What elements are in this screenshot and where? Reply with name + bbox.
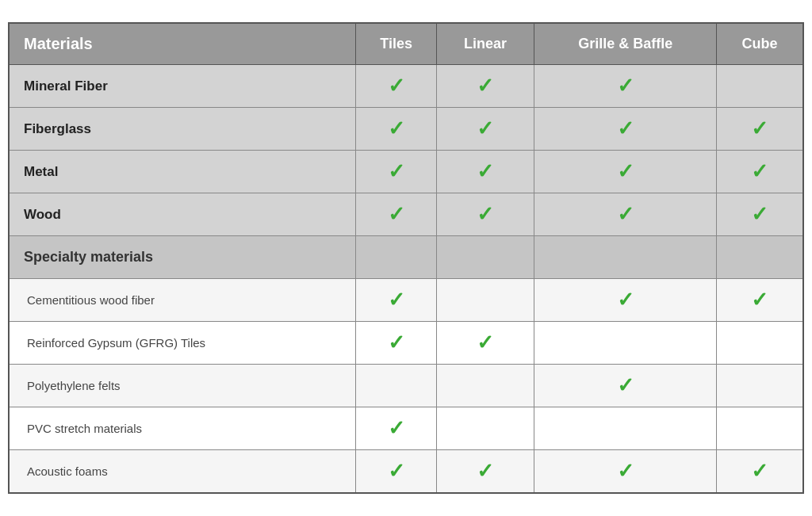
header-row: Materials Tiles Linear Grille & Baffle C… bbox=[9, 23, 803, 65]
check-cell-grille_baffle: ✓ bbox=[534, 193, 717, 236]
check-cell-linear: ✓ bbox=[436, 108, 534, 151]
table-row: Acoustic foams✓✓✓✓ bbox=[9, 450, 803, 493]
check-cell-grille_baffle: ✓ bbox=[534, 108, 717, 151]
check-cell-cube: ✓ bbox=[717, 450, 803, 493]
check-cell-linear: ✓ bbox=[436, 193, 534, 236]
check-cell-tiles bbox=[356, 365, 436, 407]
table-row: PVC stretch materials✓ bbox=[9, 407, 803, 450]
check-cell-grille_baffle: ✓ bbox=[534, 450, 717, 493]
check-cell-tiles: ✓ bbox=[356, 450, 436, 493]
check-cell-linear: ✓ bbox=[436, 450, 534, 493]
check-cell-cube bbox=[717, 65, 803, 108]
table-row: Wood✓✓✓✓ bbox=[9, 193, 803, 236]
col-header-materials: Materials bbox=[9, 23, 356, 65]
specialty-header-row: Specialty materials bbox=[9, 236, 803, 279]
check-cell-cube: ✓ bbox=[717, 151, 803, 193]
check-cell-cube bbox=[717, 365, 803, 407]
check-cell-cube: ✓ bbox=[717, 279, 803, 322]
specialty-cell-cube bbox=[717, 236, 803, 279]
check-cell-tiles: ✓ bbox=[356, 193, 436, 236]
row-label: Acoustic foams bbox=[9, 450, 356, 493]
table-row: Metal✓✓✓✓ bbox=[9, 151, 803, 193]
check-cell-linear bbox=[436, 407, 534, 450]
check-cell-grille_baffle: ✓ bbox=[534, 65, 717, 108]
row-label: Wood bbox=[9, 193, 356, 236]
table-row: Fiberglass✓✓✓✓ bbox=[9, 108, 803, 151]
specialty-label: Specialty materials bbox=[9, 236, 356, 279]
check-cell-cube: ✓ bbox=[717, 193, 803, 236]
check-cell-grille_baffle: ✓ bbox=[534, 365, 717, 407]
check-cell-linear bbox=[436, 365, 534, 407]
specialty-cell-tiles bbox=[356, 236, 436, 279]
col-header-grille-baffle: Grille & Baffle bbox=[534, 23, 717, 65]
check-cell-tiles: ✓ bbox=[356, 108, 436, 151]
row-label: Cementitious wood fiber bbox=[9, 279, 356, 322]
row-label: Reinforced Gypsum (GFRG) Tiles bbox=[9, 322, 356, 365]
check-cell-linear: ✓ bbox=[436, 65, 534, 108]
specialty-cell-linear bbox=[436, 236, 534, 279]
table-wrapper: Materials Tiles Linear Grille & Baffle C… bbox=[0, 14, 812, 502]
col-header-tiles: Tiles bbox=[356, 23, 436, 65]
row-label: Fiberglass bbox=[9, 108, 356, 151]
col-header-linear: Linear bbox=[436, 23, 534, 65]
check-cell-linear: ✓ bbox=[436, 322, 534, 365]
col-header-cube: Cube bbox=[717, 23, 803, 65]
materials-table: Materials Tiles Linear Grille & Baffle C… bbox=[8, 22, 804, 494]
check-cell-grille_baffle: ✓ bbox=[534, 279, 717, 322]
check-cell-tiles: ✓ bbox=[356, 151, 436, 193]
check-cell-tiles: ✓ bbox=[356, 279, 436, 322]
check-cell-tiles: ✓ bbox=[356, 65, 436, 108]
check-cell-tiles: ✓ bbox=[356, 322, 436, 365]
check-cell-grille_baffle bbox=[534, 322, 717, 365]
table-row: Reinforced Gypsum (GFRG) Tiles✓✓ bbox=[9, 322, 803, 365]
row-label: Mineral Fiber bbox=[9, 65, 356, 108]
row-label: PVC stretch materials bbox=[9, 407, 356, 450]
check-cell-linear bbox=[436, 279, 534, 322]
check-cell-cube bbox=[717, 407, 803, 450]
check-cell-tiles: ✓ bbox=[356, 407, 436, 450]
table-row: Mineral Fiber✓✓✓ bbox=[9, 65, 803, 108]
table-row: Polyethylene felts✓ bbox=[9, 365, 803, 407]
check-cell-grille_baffle: ✓ bbox=[534, 151, 717, 193]
check-cell-cube: ✓ bbox=[717, 108, 803, 151]
row-label: Metal bbox=[9, 151, 356, 193]
specialty-cell-grille bbox=[534, 236, 717, 279]
check-cell-cube bbox=[717, 322, 803, 365]
check-cell-grille_baffle bbox=[534, 407, 717, 450]
check-cell-linear: ✓ bbox=[436, 151, 534, 193]
row-label: Polyethylene felts bbox=[9, 365, 356, 407]
table-row: Cementitious wood fiber✓✓✓ bbox=[9, 279, 803, 322]
